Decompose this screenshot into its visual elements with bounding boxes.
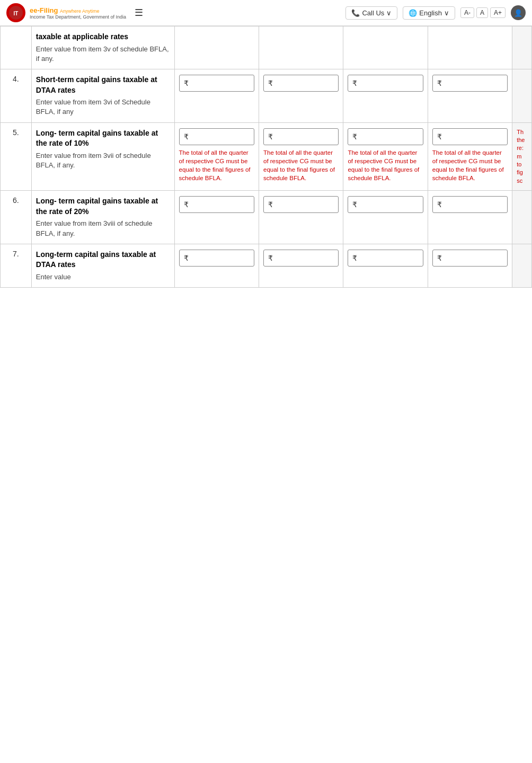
label-sub-4: Enter value from item 3vi of Schedule BF… <box>36 97 170 117</box>
amount-field-4-4[interactable] <box>444 79 532 87</box>
row-num-7: 7. <box>1 244 32 287</box>
svg-text:IT: IT <box>14 11 19 16</box>
phone-icon: 📞 <box>351 9 360 17</box>
rupee-input-5-1[interactable]: ₹ <box>179 128 254 145</box>
rupee-sign-4-3: ₹ <box>352 79 357 87</box>
label-sub-6: Enter value from item 3viii of schedule … <box>36 219 170 238</box>
input-cell-7-1: ₹ <box>174 244 259 287</box>
rupee-input-7-4[interactable]: ₹ <box>432 250 508 267</box>
call-us-label: Call Us <box>362 9 384 17</box>
amount-field-5-2[interactable] <box>275 132 364 140</box>
input-cell-4-3: ₹ <box>343 69 428 122</box>
input-cell-4-1: ₹ <box>174 69 259 122</box>
row-num-3 <box>1 26 32 69</box>
rupee-input-4-2[interactable]: ₹ <box>263 75 339 92</box>
logo-efiling: ee-Filing Anywhere Anytime <box>30 6 126 14</box>
font-decrease-button[interactable]: A- <box>460 7 474 18</box>
rupee-sign-7-2: ₹ <box>268 254 273 262</box>
table-row-5: 5. Long- term capital gains taxable at t… <box>1 122 532 191</box>
amount-field-5-1[interactable] <box>191 132 280 140</box>
rupee-input-4-3[interactable]: ₹ <box>348 75 423 92</box>
input-cell-4-4: ₹ <box>428 69 512 122</box>
logo: IT ee-Filing Anywhere Anytime Income Tax… <box>6 3 126 22</box>
logo-tagline: Anywhere Anytime <box>60 8 100 14</box>
label-sub-3: Enter value from item 3v of schedule BFL… <box>36 45 170 64</box>
amount-field-7-3[interactable] <box>359 254 448 262</box>
rupee-sign-7-1: ₹ <box>184 254 189 262</box>
font-size-controls: A- A A+ <box>460 7 506 18</box>
table-row-3-continuation: taxable at applicable rates Enter value … <box>1 26 532 69</box>
partial-col-7 <box>512 244 532 287</box>
logo-text: ee-Filing Anywhere Anytime Income Tax De… <box>30 6 126 20</box>
rupee-input-6-1[interactable]: ₹ <box>179 196 254 213</box>
call-us-chevron: ∨ <box>386 9 392 17</box>
rupee-sign-5-1: ₹ <box>184 132 189 141</box>
logo-sub: Income Tax Department, Government of Ind… <box>30 14 126 20</box>
row-label-7: Long-term capital gains taxable at DTAA … <box>31 244 174 287</box>
input-cell-3-3 <box>343 26 428 69</box>
amount-field-6-2[interactable] <box>275 201 364 209</box>
rupee-input-6-2[interactable]: ₹ <box>263 196 339 213</box>
partial-col-3 <box>512 26 532 69</box>
input-cell-6-3: ₹ <box>343 191 428 244</box>
amount-field-7-1[interactable] <box>191 254 280 262</box>
table-row-4: 4. Short-term capital gains taxable at D… <box>1 69 532 122</box>
amount-field-4-2[interactable] <box>275 79 364 87</box>
rupee-input-5-3[interactable]: ₹ <box>348 128 423 145</box>
font-normal-button[interactable]: A <box>476 7 488 18</box>
amount-field-7-4[interactable] <box>444 254 532 262</box>
rupee-sign-5-4: ₹ <box>437 132 442 141</box>
input-cell-5-3: ₹ The total of all the quarter of respec… <box>343 122 428 191</box>
partial-col-4 <box>512 69 532 122</box>
rupee-sign-4-1: ₹ <box>184 79 189 87</box>
hamburger-menu[interactable]: ☰ <box>135 7 143 19</box>
rupee-input-4-4[interactable]: ₹ <box>432 75 508 92</box>
call-us-button[interactable]: 📞 Call Us ∨ <box>345 6 397 20</box>
input-cell-6-4: ₹ <box>428 191 512 244</box>
rupee-input-7-2[interactable]: ₹ <box>263 250 339 267</box>
rupee-sign-4-2: ₹ <box>268 79 273 87</box>
amount-field-4-3[interactable] <box>359 79 448 87</box>
label-sub-5: Enter value from item 3vii of schedule B… <box>36 151 170 170</box>
language-button[interactable]: 🌐 English ∨ <box>403 6 455 20</box>
rupee-input-6-3[interactable]: ₹ <box>348 196 423 213</box>
row-label-6: Long- term capital gains taxable at the … <box>31 191 174 244</box>
rupee-input-4-1[interactable]: ₹ <box>179 75 254 92</box>
rupee-input-5-2[interactable]: ₹ <box>263 128 339 145</box>
user-avatar[interactable]: 👤 <box>511 5 526 20</box>
rupee-input-6-4[interactable]: ₹ <box>432 196 508 213</box>
input-cell-5-4: ₹ The total of all the quarter of respec… <box>428 122 512 191</box>
input-cell-3-4 <box>428 26 512 69</box>
label-bold-7: Long-term capital gains taxable at DTAA … <box>36 250 156 269</box>
globe-icon: 🌐 <box>409 9 417 17</box>
rupee-input-5-4[interactable]: ₹ <box>432 128 508 145</box>
rupee-sign-5-2: ₹ <box>268 132 273 141</box>
rupee-input-7-1[interactable]: ₹ <box>179 250 254 267</box>
label-bold-5: Long- term capital gains taxable at the … <box>36 129 158 148</box>
amount-field-7-2[interactable] <box>275 254 364 262</box>
font-increase-button[interactable]: A+ <box>490 7 506 18</box>
amount-field-4-1[interactable] <box>191 79 280 87</box>
amount-field-5-3[interactable] <box>359 132 448 140</box>
input-cell-6-1: ₹ <box>174 191 259 244</box>
rupee-sign-6-2: ₹ <box>268 200 273 209</box>
amount-field-6-4[interactable] <box>444 201 532 209</box>
input-cell-5-2: ₹ The total of all the quarter of respec… <box>259 122 343 191</box>
rupee-sign-6-3: ₹ <box>352 200 357 209</box>
row-label-4: Short-term capital gains taxable at DTAA… <box>31 69 174 122</box>
table-row-7: 7. Long-term capital gains taxable at DT… <box>1 244 532 287</box>
rupee-input-7-3[interactable]: ₹ <box>348 250 423 267</box>
amount-field-6-1[interactable] <box>191 201 280 209</box>
row-num-5: 5. <box>1 122 32 191</box>
rupee-sign-6-4: ₹ <box>437 200 442 209</box>
amount-field-6-3[interactable] <box>359 201 448 209</box>
helper-text-5-3: The total of all the quarter of respecti… <box>348 148 423 182</box>
header: IT ee-Filing Anywhere Anytime Income Tax… <box>0 0 532 26</box>
rupee-sign-7-3: ₹ <box>352 254 357 262</box>
input-cell-6-2: ₹ <box>259 191 343 244</box>
input-cell-7-4: ₹ <box>428 244 512 287</box>
tax-table: taxable at applicable rates Enter value … <box>0 26 532 288</box>
row-label-5: Long- term capital gains taxable at the … <box>31 122 174 191</box>
helper-text-5-1: The total of all the quarter of respecti… <box>179 148 254 182</box>
input-cell-7-3: ₹ <box>343 244 428 287</box>
